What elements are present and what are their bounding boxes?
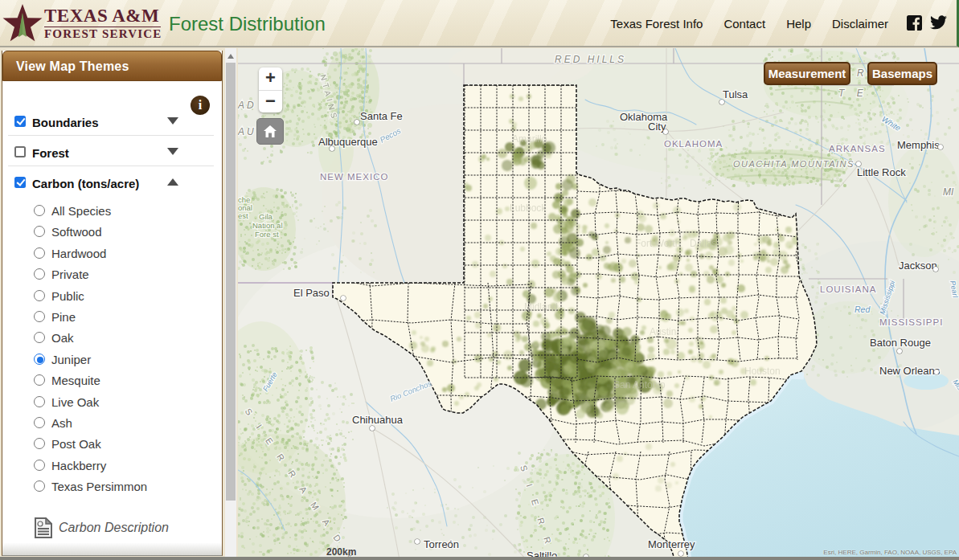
svg-text:RED HILLS: RED HILLS xyxy=(555,54,626,65)
svg-text:NEW MEXICO: NEW MEXICO xyxy=(320,172,388,182)
svg-text:OKLAHOMA: OKLAHOMA xyxy=(664,139,723,149)
svg-text:Gila: Gila xyxy=(259,212,273,221)
svg-text:New Orleans: New Orleans xyxy=(879,365,941,377)
svg-text:Torreón: Torreón xyxy=(424,538,459,550)
svg-text:est: est xyxy=(238,211,248,220)
svg-text:Memphis: Memphis xyxy=(897,139,940,151)
svg-text:El Paso: El Paso xyxy=(293,287,330,299)
svg-text:AD: AD xyxy=(238,100,256,111)
svg-text:Baton Rouge: Baton Rouge xyxy=(870,337,931,349)
svg-text:ARKANSAS: ARKANSAS xyxy=(829,144,886,153)
svg-text:MI: MI xyxy=(943,186,954,198)
svg-text:OUACHITA MOUNTAINS: OUACHITA MOUNTAINS xyxy=(733,159,854,169)
svg-text:T E: T E xyxy=(838,88,868,99)
svg-text:Monterrey: Monterrey xyxy=(648,538,695,550)
svg-text:Fore st: Fore st xyxy=(255,230,279,239)
svg-text:Albuquerque: Albuquerque xyxy=(318,136,378,148)
svg-text:Lubbock: Lubbock xyxy=(510,202,547,214)
svg-text:LOUISIANA: LOUISIANA xyxy=(820,284,876,294)
svg-text:Jackson: Jackson xyxy=(899,260,937,272)
svg-text:Austin: Austin xyxy=(650,326,676,337)
svg-text:Little Rock: Little Rock xyxy=(857,166,906,178)
svg-text:Red: Red xyxy=(854,305,871,314)
svg-text:Chihuahua: Chihuahua xyxy=(352,414,404,426)
svg-text:Tulsa: Tulsa xyxy=(723,88,748,100)
svg-text:Dallas: Dallas xyxy=(690,238,716,249)
svg-text:San Antonio: San Antonio xyxy=(613,379,666,390)
svg-text:Santa Fe: Santa Fe xyxy=(360,110,403,122)
svg-text:Midland: Midland xyxy=(524,301,558,313)
svg-text:AU: AU xyxy=(238,126,256,137)
svg-text:MISSISSIPPI: MISSISSIPPI xyxy=(879,317,943,327)
svg-text:Houston: Houston xyxy=(744,366,781,377)
svg-text:Fort Worth: Fort Worth xyxy=(635,238,680,249)
svg-text:Nation al: Nation al xyxy=(252,221,283,230)
svg-text:Amarillo: Amarillo xyxy=(512,133,547,145)
